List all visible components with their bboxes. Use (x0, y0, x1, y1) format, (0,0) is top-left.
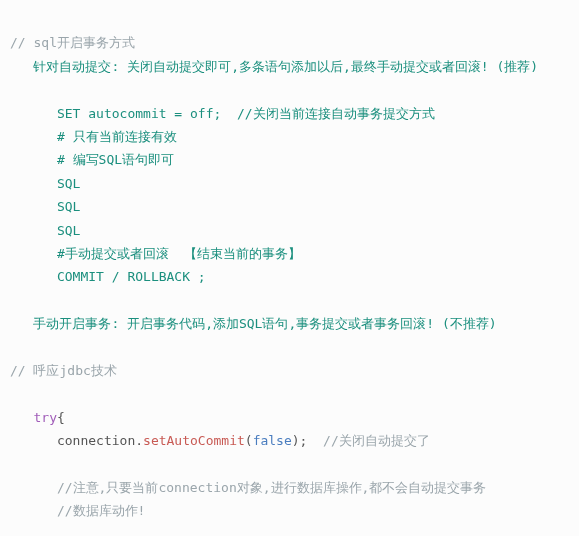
text-line: SQL (10, 176, 80, 191)
text-line: # 编写SQL语句即可 (10, 152, 174, 167)
text-line: SET autocommit = off; //关闭当前连接自动事务提交方式 (10, 106, 435, 121)
comment-line: // 呼应jdbc技术 (10, 363, 117, 378)
brace: { (57, 410, 65, 425)
method-call: setAutoCommit (143, 433, 245, 448)
comment-inline: //关闭自动提交了 (307, 433, 429, 448)
comment-line: // sql开启事务方式 (10, 35, 135, 50)
paren: ) (292, 433, 300, 448)
comment-line: //数据库动作! (10, 503, 145, 518)
text-line: 手动开启事务: 开启事务代码,添加SQL语句,事务提交或者事务回滚! (不推荐) (10, 316, 497, 331)
code-line: connection.setAutoCommit(false); //关闭自动提… (10, 433, 430, 448)
code-snippet: // sql开启事务方式 针对自动提交: 关闭自动提交即可,多条语句添加以后,最… (10, 8, 569, 536)
identifier: connection (10, 433, 135, 448)
boolean-literal: false (253, 433, 292, 448)
text-line: 针对自动提交: 关闭自动提交即可,多条语句添加以后,最终手动提交或者回滚! (推… (10, 59, 538, 74)
text-line: SQL (10, 199, 80, 214)
keyword-try: try (10, 410, 57, 425)
paren: ( (245, 433, 253, 448)
text-line: # 只有当前连接有效 (10, 129, 177, 144)
text-line: #手动提交或者回滚 【结束当前的事务】 (10, 246, 301, 261)
dot: . (135, 433, 143, 448)
comment-line: //注意,只要当前connection对象,进行数据库操作,都不会自动提交事务 (10, 480, 486, 495)
text-line: SQL (10, 223, 80, 238)
text-line: COMMIT / ROLLBACK ; (10, 269, 206, 284)
code-line: try{ (10, 410, 65, 425)
